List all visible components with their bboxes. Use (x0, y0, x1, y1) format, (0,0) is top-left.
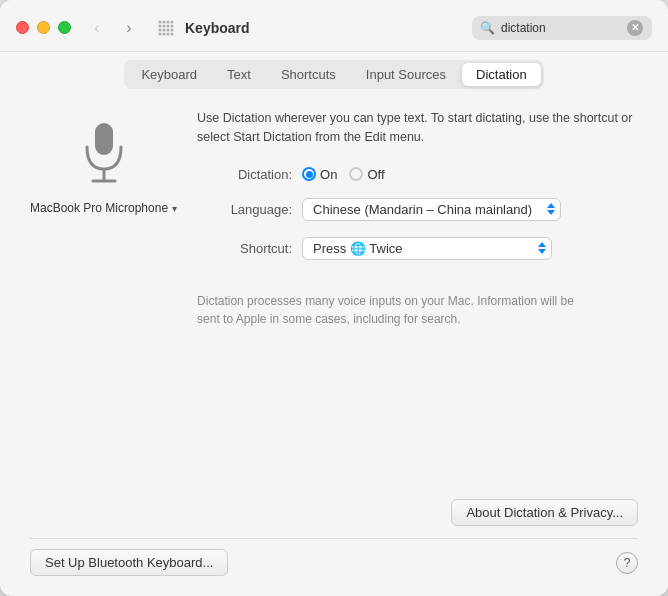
main-area: MacBook Pro Microphone ▾ Use Dictation w… (30, 109, 638, 499)
setup-bluetooth-button[interactable]: Set Up Bluetooth Keyboard... (30, 549, 228, 576)
language-select-wrapper: Chinese (Mandarin – China mainland) (302, 198, 561, 221)
maximize-button[interactable] (58, 21, 71, 34)
svg-point-9 (163, 28, 166, 31)
dictation-toggle-row: Dictation: On Off (197, 167, 638, 182)
nav-buttons: ‹ › (83, 17, 143, 39)
svg-point-8 (159, 28, 162, 31)
search-bar: 🔍 ✕ (472, 16, 652, 40)
svg-rect-16 (95, 123, 113, 155)
language-select[interactable]: Chinese (Mandarin – China mainland) (302, 198, 561, 221)
svg-point-2 (167, 20, 170, 23)
search-icon: 🔍 (480, 21, 495, 35)
minimize-button[interactable] (37, 21, 50, 34)
radio-off-circle (349, 167, 363, 181)
settings-section: Use Dictation wherever you can type text… (197, 109, 638, 499)
back-button[interactable]: ‹ (83, 17, 111, 39)
dictation-field-label: Dictation: (197, 167, 292, 182)
help-button[interactable]: ? (616, 552, 638, 574)
dictation-on-option[interactable]: On (302, 167, 337, 182)
shortcut-select-wrapper: Press 🌐 Twice (302, 237, 552, 260)
radio-on-circle (302, 167, 316, 181)
mic-name: MacBook Pro Microphone (30, 201, 168, 215)
svg-point-4 (159, 24, 162, 27)
titlebar: ‹ › Keyboard (0, 0, 668, 52)
tab-input-sources[interactable]: Input Sources (352, 63, 460, 86)
description-text: Use Dictation wherever you can type text… (197, 109, 638, 147)
shortcut-field-label: Shortcut: (197, 241, 292, 256)
tab-keyboard[interactable]: Keyboard (127, 63, 211, 86)
forward-button[interactable]: › (115, 17, 143, 39)
language-field-label: Language: (197, 202, 292, 217)
search-input[interactable] (501, 21, 621, 35)
dictation-radio-group: On Off (302, 167, 384, 182)
tab-text[interactable]: Text (213, 63, 265, 86)
mic-section: MacBook Pro Microphone ▾ (30, 109, 177, 499)
svg-point-1 (163, 20, 166, 23)
footer-row: Set Up Bluetooth Keyboard... ? (30, 538, 638, 576)
window-title: Keyboard (185, 20, 472, 36)
close-button[interactable] (16, 21, 29, 34)
about-btn-row: About Dictation & Privacy... (30, 499, 638, 526)
svg-point-6 (167, 24, 170, 27)
svg-point-5 (163, 24, 166, 27)
main-window: ‹ › Keyboard (0, 0, 668, 596)
svg-point-11 (171, 28, 174, 31)
mic-dropdown-arrow: ▾ (172, 203, 177, 214)
svg-point-15 (171, 32, 174, 35)
tab-dictation[interactable]: Dictation (462, 63, 541, 86)
off-label: Off (367, 167, 384, 182)
shortcut-row: Shortcut: Press 🌐 Twice (197, 237, 638, 260)
svg-point-7 (171, 24, 174, 27)
svg-point-0 (159, 20, 162, 23)
svg-point-3 (171, 20, 174, 23)
mic-label[interactable]: MacBook Pro Microphone ▾ (30, 201, 177, 215)
tab-shortcuts[interactable]: Shortcuts (267, 63, 350, 86)
language-row: Language: Chinese (Mandarin – China main… (197, 198, 638, 221)
microphone-icon (69, 119, 139, 189)
content-area: MacBook Pro Microphone ▾ Use Dictation w… (0, 89, 668, 596)
privacy-note: Dictation processes many voice inputs on… (197, 292, 577, 328)
about-dictation-button[interactable]: About Dictation & Privacy... (451, 499, 638, 526)
tabs: Keyboard Text Shortcuts Input Sources Di… (124, 60, 543, 89)
svg-point-10 (167, 28, 170, 31)
dictation-off-option[interactable]: Off (349, 167, 384, 182)
svg-point-12 (159, 32, 162, 35)
grid-icon (155, 17, 177, 39)
svg-point-13 (163, 32, 166, 35)
shortcut-select[interactable]: Press 🌐 Twice (302, 237, 552, 260)
on-label: On (320, 167, 337, 182)
svg-point-14 (167, 32, 170, 35)
bottom-area: About Dictation & Privacy... Set Up Blue… (30, 499, 638, 576)
tabs-container: Keyboard Text Shortcuts Input Sources Di… (0, 52, 668, 89)
search-clear-button[interactable]: ✕ (627, 20, 643, 36)
traffic-lights (16, 21, 71, 34)
